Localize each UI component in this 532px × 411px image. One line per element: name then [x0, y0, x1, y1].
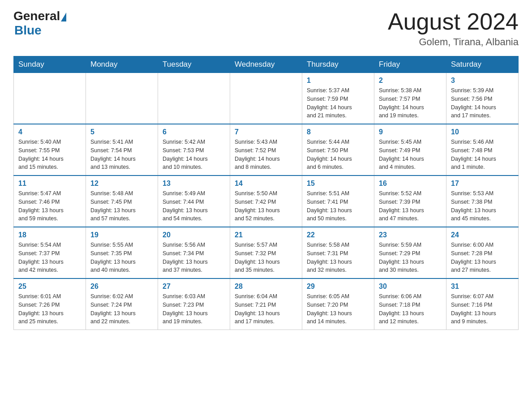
- day-number: 17: [451, 180, 514, 188]
- day-info: Sunrise: 5:59 AMSunset: 7:29 PMDaylight:…: [379, 241, 442, 274]
- day-number: 23: [379, 231, 442, 239]
- day-info: Sunrise: 5:37 AMSunset: 7:59 PMDaylight:…: [307, 86, 369, 120]
- calendar-cell: 30Sunrise: 6:06 AMSunset: 7:18 PMDayligh…: [374, 278, 446, 330]
- calendar-cell: 6Sunrise: 5:42 AMSunset: 7:53 PMDaylight…: [158, 124, 230, 176]
- calendar-cell: 5Sunrise: 5:41 AMSunset: 7:54 PMDaylight…: [86, 124, 158, 176]
- calendar-cell: 10Sunrise: 5:46 AMSunset: 7:48 PMDayligh…: [446, 124, 519, 176]
- calendar-cell: 23Sunrise: 5:59 AMSunset: 7:29 PMDayligh…: [374, 227, 446, 278]
- day-info: Sunrise: 6:05 AMSunset: 7:20 PMDaylight:…: [307, 292, 369, 326]
- weekday-header-saturday: Saturday: [446, 56, 519, 73]
- day-number: 5: [90, 128, 153, 136]
- weekday-header-thursday: Thursday: [302, 56, 374, 73]
- calendar-cell: 21Sunrise: 5:57 AMSunset: 7:32 PMDayligh…: [230, 227, 302, 278]
- calendar-cell: 7Sunrise: 5:43 AMSunset: 7:52 PMDaylight…: [230, 124, 302, 176]
- calendar-table: SundayMondayTuesdayWednesdayThursdayFrid…: [13, 56, 519, 330]
- day-info: Sunrise: 6:04 AMSunset: 7:21 PMDaylight:…: [235, 292, 297, 326]
- day-number: 4: [18, 128, 81, 136]
- day-number: 12: [90, 180, 153, 188]
- day-info: Sunrise: 5:55 AMSunset: 7:35 PMDaylight:…: [90, 241, 153, 274]
- calendar-cell: [14, 73, 86, 124]
- day-info: Sunrise: 5:40 AMSunset: 7:55 PMDaylight:…: [18, 138, 81, 171]
- day-number: 31: [451, 283, 514, 291]
- logo-general-text: General: [13, 9, 60, 23]
- calendar-cell: 18Sunrise: 5:54 AMSunset: 7:37 PMDayligh…: [14, 227, 86, 278]
- weekday-header-wednesday: Wednesday: [230, 56, 302, 73]
- day-number: 26: [90, 283, 153, 291]
- day-number: 14: [235, 180, 297, 188]
- day-info: Sunrise: 5:42 AMSunset: 7:53 PMDaylight:…: [163, 138, 225, 171]
- day-info: Sunrise: 6:01 AMSunset: 7:26 PMDaylight:…: [18, 292, 81, 326]
- calendar-cell: 15Sunrise: 5:51 AMSunset: 7:41 PMDayligh…: [302, 176, 374, 227]
- calendar-week-row: 25Sunrise: 6:01 AMSunset: 7:26 PMDayligh…: [14, 278, 519, 330]
- weekday-header-friday: Friday: [374, 56, 446, 73]
- calendar-cell: [230, 73, 302, 124]
- day-number: 7: [235, 128, 297, 136]
- calendar-week-row: 18Sunrise: 5:54 AMSunset: 7:37 PMDayligh…: [14, 227, 519, 278]
- day-info: Sunrise: 5:54 AMSunset: 7:37 PMDaylight:…: [18, 241, 81, 274]
- day-number: 8: [307, 128, 369, 136]
- calendar-cell: 16Sunrise: 5:52 AMSunset: 7:39 PMDayligh…: [374, 176, 446, 227]
- day-info: Sunrise: 5:58 AMSunset: 7:31 PMDaylight:…: [307, 241, 369, 274]
- day-number: 29: [307, 283, 369, 291]
- calendar-cell: 24Sunrise: 6:00 AMSunset: 7:28 PMDayligh…: [446, 227, 519, 278]
- calendar-cell: 27Sunrise: 6:03 AMSunset: 7:23 PMDayligh…: [158, 278, 230, 330]
- day-info: Sunrise: 5:57 AMSunset: 7:32 PMDaylight:…: [235, 241, 297, 274]
- day-info: Sunrise: 6:06 AMSunset: 7:18 PMDaylight:…: [379, 292, 442, 326]
- weekday-header-row: SundayMondayTuesdayWednesdayThursdayFrid…: [14, 56, 519, 73]
- logo: General Blue: [13, 9, 66, 38]
- calendar-cell: 9Sunrise: 5:45 AMSunset: 7:49 PMDaylight…: [374, 124, 446, 176]
- day-number: 15: [307, 180, 369, 188]
- day-number: 10: [451, 128, 514, 136]
- calendar-cell: 8Sunrise: 5:44 AMSunset: 7:50 PMDaylight…: [302, 124, 374, 176]
- day-info: Sunrise: 5:47 AMSunset: 7:46 PMDaylight:…: [18, 189, 81, 223]
- calendar-cell: 12Sunrise: 5:48 AMSunset: 7:45 PMDayligh…: [86, 176, 158, 227]
- day-number: 19: [90, 231, 153, 239]
- day-number: 20: [163, 231, 225, 239]
- calendar-week-row: 11Sunrise: 5:47 AMSunset: 7:46 PMDayligh…: [14, 176, 519, 227]
- day-info: Sunrise: 5:46 AMSunset: 7:48 PMDaylight:…: [451, 138, 514, 171]
- day-info: Sunrise: 5:51 AMSunset: 7:41 PMDaylight:…: [307, 189, 369, 223]
- day-info: Sunrise: 5:49 AMSunset: 7:44 PMDaylight:…: [163, 189, 225, 223]
- day-info: Sunrise: 6:07 AMSunset: 7:16 PMDaylight:…: [451, 292, 514, 326]
- day-number: 22: [307, 231, 369, 239]
- day-number: 30: [379, 283, 442, 291]
- day-info: Sunrise: 6:00 AMSunset: 7:28 PMDaylight:…: [451, 241, 514, 274]
- day-info: Sunrise: 5:52 AMSunset: 7:39 PMDaylight:…: [379, 189, 442, 223]
- day-info: Sunrise: 5:43 AMSunset: 7:52 PMDaylight:…: [235, 138, 297, 171]
- day-number: 27: [163, 283, 225, 291]
- calendar-cell: [86, 73, 158, 124]
- day-info: Sunrise: 5:48 AMSunset: 7:45 PMDaylight:…: [90, 189, 153, 223]
- weekday-header-sunday: Sunday: [14, 56, 86, 73]
- calendar-week-row: 1Sunrise: 5:37 AMSunset: 7:59 PMDaylight…: [14, 73, 519, 124]
- calendar-week-row: 4Sunrise: 5:40 AMSunset: 7:55 PMDaylight…: [14, 124, 519, 176]
- calendar-cell: 4Sunrise: 5:40 AMSunset: 7:55 PMDaylight…: [14, 124, 86, 176]
- day-info: Sunrise: 5:39 AMSunset: 7:56 PMDaylight:…: [451, 86, 514, 120]
- calendar-cell: 3Sunrise: 5:39 AMSunset: 7:56 PMDaylight…: [446, 73, 519, 124]
- day-number: 18: [18, 231, 81, 239]
- logo-blue-text: Blue: [14, 23, 42, 38]
- weekday-header-tuesday: Tuesday: [158, 56, 230, 73]
- day-info: Sunrise: 5:56 AMSunset: 7:34 PMDaylight:…: [163, 241, 225, 274]
- calendar-cell: 13Sunrise: 5:49 AMSunset: 7:44 PMDayligh…: [158, 176, 230, 227]
- day-number: 24: [451, 231, 514, 239]
- day-info: Sunrise: 6:03 AMSunset: 7:23 PMDaylight:…: [163, 292, 225, 326]
- calendar-cell: 17Sunrise: 5:53 AMSunset: 7:38 PMDayligh…: [446, 176, 519, 227]
- day-number: 1: [307, 77, 369, 85]
- calendar-cell: 20Sunrise: 5:56 AMSunset: 7:34 PMDayligh…: [158, 227, 230, 278]
- day-number: 28: [235, 283, 297, 291]
- calendar-cell: 1Sunrise: 5:37 AMSunset: 7:59 PMDaylight…: [302, 73, 374, 124]
- day-info: Sunrise: 5:50 AMSunset: 7:42 PMDaylight:…: [235, 189, 297, 223]
- day-number: 11: [18, 180, 81, 188]
- day-number: 13: [163, 180, 225, 188]
- title-block: August 2024 Golem, Tirana, Albania: [388, 9, 519, 48]
- day-info: Sunrise: 5:38 AMSunset: 7:57 PMDaylight:…: [379, 86, 442, 120]
- day-number: 21: [235, 231, 297, 239]
- calendar-cell: 22Sunrise: 5:58 AMSunset: 7:31 PMDayligh…: [302, 227, 374, 278]
- calendar-cell: 11Sunrise: 5:47 AMSunset: 7:46 PMDayligh…: [14, 176, 86, 227]
- page-header: General Blue August 2024 Golem, Tirana, …: [13, 9, 519, 48]
- day-number: 2: [379, 77, 442, 85]
- calendar-cell: 29Sunrise: 6:05 AMSunset: 7:20 PMDayligh…: [302, 278, 374, 330]
- logo-triangle-icon: [61, 13, 66, 21]
- day-info: Sunrise: 5:53 AMSunset: 7:38 PMDaylight:…: [451, 189, 514, 223]
- calendar-cell: 14Sunrise: 5:50 AMSunset: 7:42 PMDayligh…: [230, 176, 302, 227]
